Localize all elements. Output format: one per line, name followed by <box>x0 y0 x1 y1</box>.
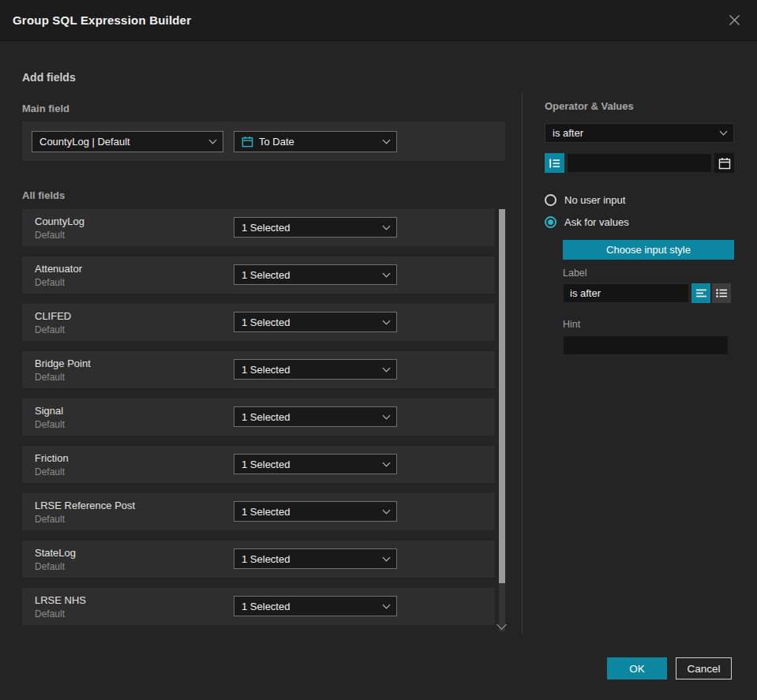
radio-unchecked-icon <box>545 194 557 206</box>
all-fields-list: CountyLog Default 1 Selected Attenuator … <box>22 209 505 625</box>
ok-button[interactable]: OK <box>607 657 667 679</box>
field-name: LRSE NHS <box>35 594 86 606</box>
field-row: LRSE Reference Post Default 1 Selected <box>22 493 495 530</box>
add-fields-heading: Add fields <box>22 71 505 84</box>
chevron-down-icon <box>383 553 391 561</box>
value-input[interactable] <box>567 153 712 173</box>
field-name: Bridge Point <box>35 357 91 369</box>
chevron-down-icon <box>383 136 391 144</box>
date-dropdown-value: To Date <box>259 136 372 148</box>
main-field-panel: CountyLog | Default To Date <box>22 122 505 161</box>
field-name: Friction <box>35 452 69 464</box>
add-fields-section: Add fields Main field CountyLog | Defaul… <box>22 41 505 635</box>
chevron-down-icon <box>383 316 391 324</box>
close-icon <box>728 13 741 27</box>
single-input-style-button[interactable] <box>691 283 710 303</box>
field-row: Bridge Point Default 1 Selected <box>22 351 495 388</box>
operator-values-heading: Operator & Values <box>545 100 734 112</box>
chevron-down-icon <box>383 459 391 466</box>
field-selection-dropdown[interactable]: 1 Selected <box>234 264 397 285</box>
close-button[interactable] <box>725 10 744 30</box>
chevron-down-icon <box>383 269 391 277</box>
operator-values-section: Operator & Values is after <box>545 41 734 355</box>
field-name: StateLog <box>35 547 76 559</box>
field-row: Signal Default 1 Selected <box>22 399 495 436</box>
field-row: LRSE NHS Default 1 Selected <box>22 588 495 625</box>
calendar-icon <box>718 157 731 170</box>
radio-no-user-input-label: No user input <box>564 194 625 206</box>
cancel-button[interactable]: Cancel <box>676 657 732 679</box>
field-row: CLIFED Default 1 Selected <box>22 304 495 341</box>
radio-checked-icon <box>545 216 557 228</box>
field-row: Friction Default 1 Selected <box>22 446 495 483</box>
chevron-down-icon <box>720 128 728 136</box>
radio-no-user-input[interactable]: No user input <box>545 194 734 206</box>
field-row: StateLog Default 1 Selected <box>22 541 495 578</box>
main-field-dropdown-value: CountyLog | Default <box>39 136 204 148</box>
chevron-down-icon <box>383 222 391 230</box>
field-subtitle: Default <box>35 324 71 335</box>
field-subtitle: Default <box>35 514 135 525</box>
field-selection-dropdown[interactable]: 1 Selected <box>234 406 397 427</box>
dialog-header: Group SQL Expression Builder <box>0 0 757 41</box>
label-label: Label <box>563 268 734 279</box>
field-subtitle: Default <box>35 277 82 288</box>
field-selection-dropdown[interactable]: 1 Selected <box>234 312 397 332</box>
chevron-down-icon <box>383 411 391 419</box>
field-row: CountyLog Default 1 Selected <box>22 209 495 246</box>
chevron-down-icon <box>383 364 391 372</box>
field-selection-dropdown[interactable]: 1 Selected <box>234 359 397 380</box>
chevron-down-icon <box>209 136 217 144</box>
all-fields-label: All fields <box>22 189 505 201</box>
chevron-down-icon <box>383 601 391 608</box>
field-subtitle: Default <box>35 561 76 572</box>
value-list-button[interactable] <box>545 153 564 173</box>
chevron-down-icon <box>383 506 391 514</box>
field-selection-dropdown[interactable]: 1 Selected <box>234 596 397 616</box>
radio-ask-for-values[interactable]: Ask for values <box>545 216 734 228</box>
field-name: CountyLog <box>35 215 84 227</box>
operator-dropdown[interactable]: is after <box>545 123 734 143</box>
choose-input-style-button[interactable]: Choose input style <box>563 240 734 260</box>
field-name: LRSE Reference Post <box>35 500 135 511</box>
dialog-footer: OK Cancel <box>607 657 732 679</box>
main-field-dropdown[interactable]: CountyLog | Default <box>32 131 223 152</box>
group-sql-expression-builder-dialog: Group SQL Expression Builder Add fields … <box>0 0 757 700</box>
field-selection-dropdown[interactable]: 1 Selected <box>234 501 397 522</box>
field-name: CLIFED <box>35 310 71 322</box>
field-subtitle: Default <box>35 230 84 241</box>
scroll-down-icon[interactable] <box>497 620 507 630</box>
operator-dropdown-value: is after <box>553 127 714 139</box>
list-icon <box>549 159 560 168</box>
vertical-divider <box>522 93 523 633</box>
align-left-lines-icon <box>696 289 706 298</box>
field-name: Attenuator <box>35 263 82 275</box>
calendar-button[interactable] <box>714 153 734 173</box>
field-subtitle: Default <box>35 372 91 383</box>
hint-input[interactable] <box>563 335 729 355</box>
dialog-title: Group SQL Expression Builder <box>13 13 191 27</box>
field-selection-dropdown[interactable]: 1 Selected <box>234 548 397 569</box>
field-selection-dropdown[interactable]: 1 Selected <box>234 454 397 474</box>
radio-ask-for-values-label: Ask for values <box>564 216 629 228</box>
list-input-style-button[interactable] <box>712 283 731 303</box>
hint-label: Hint <box>563 319 734 330</box>
field-subtitle: Default <box>35 419 65 430</box>
label-row <box>563 283 734 303</box>
field-subtitle: Default <box>35 608 86 620</box>
scrollbar[interactable] <box>499 209 505 631</box>
field-name: Signal <box>35 405 65 417</box>
calendar-icon <box>242 136 253 148</box>
label-input[interactable] <box>563 283 689 303</box>
field-row: Attenuator Default 1 Selected <box>22 256 495 294</box>
bulleted-list-icon <box>716 289 727 298</box>
scrollbar-thumb[interactable] <box>499 209 505 583</box>
value-row <box>545 153 734 173</box>
main-field-label: Main field <box>22 103 505 114</box>
field-selection-dropdown[interactable]: 1 Selected <box>234 217 397 238</box>
main-field-date-dropdown[interactable]: To Date <box>234 131 397 152</box>
field-subtitle: Default <box>35 466 69 477</box>
